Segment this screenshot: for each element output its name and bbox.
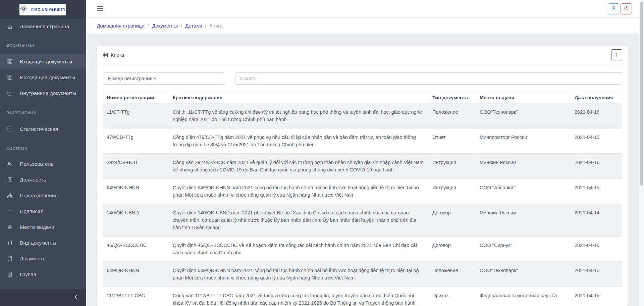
cell-place: ООО"Технопарк" bbox=[476, 103, 571, 129]
main-area: Домашняя страница / Документы / Детали /… bbox=[86, 0, 639, 306]
search-input[interactable] bbox=[235, 72, 622, 85]
cell-summary: Công văn 1112/BTTTT-CBC năm 2021 về tăng… bbox=[169, 287, 428, 306]
position-badge-icon bbox=[7, 176, 13, 183]
cell-place: Федеральная таможенная служба bbox=[476, 287, 571, 306]
table-row[interactable]: 1112/BTTTT-CBC Công văn 1112/BTTTT-CBC n… bbox=[103, 287, 622, 306]
itmo-logo[interactable]: ITMO UNIVERSITY bbox=[19, 4, 66, 15]
logout-button[interactable] bbox=[621, 3, 632, 14]
sidebar-item-label: Статистическая bbox=[20, 126, 58, 132]
contacts-book-icon bbox=[7, 271, 13, 277]
cell-registration: 2924/CV-BCĐ bbox=[103, 154, 169, 179]
sidebar-collapse-button[interactable] bbox=[71, 293, 80, 302]
add-record-button[interactable]: + bbox=[611, 49, 622, 60]
sidebar-item-department[interactable]: Подразделение bbox=[0, 188, 86, 203]
table-row[interactable]: 46/QĐ-BCĐCCHC Quyết định 46/QĐ-BCĐCCHC v… bbox=[103, 237, 622, 262]
cell-type: Договор bbox=[428, 204, 476, 237]
sidebar-item-label: Внутренние документы bbox=[20, 90, 76, 96]
sidebar-item-position[interactable]: Должность bbox=[0, 172, 86, 188]
sidebar-item-label: Исходящие документы bbox=[20, 74, 75, 81]
search-field-select[interactable]: Номер регистрации bbox=[103, 72, 225, 85]
table-row[interactable]: 649/QĐ-NHNN Quyết định 649/QĐ-NHNN năm 2… bbox=[103, 179, 622, 204]
sidebar-item-label: Документы bbox=[20, 256, 47, 262]
cell-date: 2021-04-16 bbox=[571, 103, 622, 129]
user-icon bbox=[610, 5, 617, 13]
column-header-registration: Номер регистрации bbox=[103, 92, 169, 103]
cell-date: 2021-04-14 bbox=[571, 204, 622, 237]
table-row[interactable]: 649/QĐ-NHNN Quyết định 649/QĐ-NHNN năm 2… bbox=[103, 262, 622, 287]
column-header-place: Место выдачи bbox=[476, 92, 571, 103]
table-row[interactable]: 2924/CV-BCĐ Công văn 2924/CV-BCĐ năm 202… bbox=[103, 154, 622, 179]
sidebar-item-label: Домашняя страница bbox=[20, 23, 69, 30]
users-icon bbox=[7, 161, 13, 167]
scrollbar-thumb[interactable] bbox=[640, 2, 643, 186]
cell-summary: Quyết định 649/QĐ-NHNN năm 2021 công bố … bbox=[169, 179, 428, 204]
content-area: Книга + Номер регистрации Номер регистра… bbox=[86, 34, 639, 306]
breadcrumb-home-link[interactable]: Домашняя страница bbox=[97, 23, 145, 29]
column-header-type: Тип документа bbox=[428, 92, 476, 103]
sidebar-footer bbox=[0, 289, 86, 306]
sidebar-section-documents: ДОКУМЕНТЫ bbox=[0, 41, 86, 50]
breadcrumb-details-link[interactable]: Детали bbox=[185, 23, 202, 29]
table-row[interactable]: 11/CT-TTg Chỉ thị 11/CT-TTg về tăng cườn… bbox=[103, 103, 622, 129]
table-row[interactable]: 140/QĐ-UBND Quyết định 140/QĐ-UBND năm 2… bbox=[103, 204, 622, 237]
cell-summary: Quyết định 649/QĐ-NHNN năm 2021 công bố … bbox=[169, 262, 428, 287]
sidebar-item-label: Подписал bbox=[20, 208, 44, 214]
text-format-icon: тТ bbox=[7, 240, 13, 246]
cell-place: ООО "Абсолют" bbox=[476, 179, 571, 204]
cell-type: Договор bbox=[428, 237, 476, 262]
outgoing-documents-icon bbox=[7, 74, 13, 81]
page-scrollbar[interactable] bbox=[639, 0, 644, 306]
sidebar-item-label: Должность bbox=[20, 177, 46, 183]
hand-sign-icon: ☝ bbox=[7, 208, 13, 214]
sidebar-item-document-type[interactable]: тТ Вид документа bbox=[0, 235, 86, 251]
profile-button[interactable] bbox=[608, 3, 619, 14]
sidebar-item-label: Вид документа bbox=[20, 240, 56, 246]
sidebar-item-label: Подразделение bbox=[20, 193, 58, 199]
breadcrumb-documents-link[interactable]: Документы bbox=[152, 23, 178, 29]
sidebar-item-home[interactable]: Домашняя страница bbox=[0, 19, 86, 34]
sidebar-item-documents[interactable]: Документы bbox=[0, 251, 86, 266]
sidebar-item-label: Группа bbox=[20, 271, 36, 277]
menu-toggle-button[interactable] bbox=[97, 6, 103, 11]
cell-date: 2021-04-15 bbox=[571, 129, 622, 154]
itmo-dots-logo-icon bbox=[20, 5, 29, 14]
cell-registration: 649/QĐ-NHNN bbox=[103, 262, 169, 287]
breadcrumb-separator: / bbox=[205, 23, 207, 29]
cell-date: 2021-04-16 bbox=[571, 154, 622, 179]
cell-date: 2021-04-15 bbox=[571, 262, 622, 287]
cell-registration: 1112/BTTTT-CBC bbox=[103, 287, 169, 306]
cell-place: Минфин России bbox=[476, 154, 571, 179]
column-header-date: Дата получения bbox=[571, 92, 622, 103]
table-header-row: Номер регистрации Краткое содержание Тип… bbox=[103, 92, 622, 103]
cell-summary: Quyết định 46/QĐ-BCĐCCHC về Kế hoạch kiể… bbox=[169, 237, 428, 262]
table-grid-icon bbox=[102, 52, 108, 58]
sidebar-item-outgoing-documents[interactable]: Исходящие документы bbox=[0, 69, 86, 85]
cell-place: ООО "Сириус" bbox=[476, 237, 571, 262]
cell-type: Отчет bbox=[428, 129, 476, 154]
internal-documents-icon bbox=[7, 90, 13, 96]
column-header-summary: Краткое содержание bbox=[169, 92, 428, 103]
incoming-documents-icon bbox=[7, 58, 13, 65]
statistics-icon bbox=[7, 126, 13, 132]
sidebar-item-signed-by[interactable]: ☝ Подписал bbox=[0, 203, 86, 219]
sidebar-item-incoming-documents[interactable]: Входящие документы bbox=[0, 54, 86, 69]
select-value: Номер регистрации bbox=[108, 76, 153, 81]
sidebar-item-user[interactable]: Пользователь bbox=[0, 156, 86, 172]
breadcrumb-separator: / bbox=[181, 23, 182, 29]
table-row[interactable]: 479/CĐ-TTg Công điện 479/CĐ-TTg năm 2021… bbox=[103, 129, 622, 154]
sidebar: ITMO UNIVERSITY Домашняя страница ДОКУМЕ… bbox=[0, 0, 86, 306]
sidebar-section-permissions: РАЗРЕШЕНИИ bbox=[0, 108, 86, 117]
cell-registration: 649/QĐ-NHNN bbox=[103, 179, 169, 204]
chevron-left-icon bbox=[72, 294, 79, 302]
sidebar-item-internal-documents[interactable]: Внутренние документы bbox=[0, 85, 86, 101]
sidebar-item-group[interactable]: Группа bbox=[0, 266, 86, 282]
sidebar-item-place-of-issue[interactable]: Место выдачи bbox=[0, 219, 86, 235]
cell-place: Минпромторг России bbox=[476, 129, 571, 154]
cell-registration: 46/QĐ-BCĐCCHC bbox=[103, 237, 169, 262]
cell-summary: Công văn 2924/CV-BCĐ năm 2021 về quản lý… bbox=[169, 154, 428, 179]
documents-table: Номер регистрации Краткое содержание Тип… bbox=[103, 92, 622, 306]
filters-row: Номер регистрации bbox=[97, 64, 628, 85]
sidebar-item-label: Входящие документы bbox=[20, 59, 72, 65]
cell-summary: Quyết định 140/QĐ-UBND năm 2021 phê duyệ… bbox=[169, 204, 428, 237]
sidebar-item-statistics[interactable]: Статистическая bbox=[0, 121, 86, 137]
